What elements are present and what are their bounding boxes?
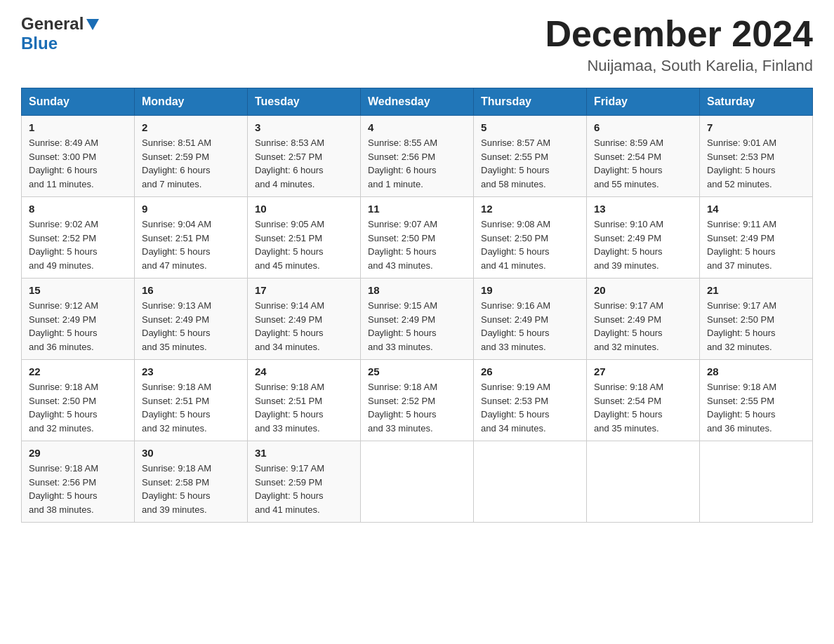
day-number: 21 — [707, 284, 805, 296]
day-info: Sunrise: 9:13 AMSunset: 2:49 PMDaylight:… — [142, 299, 240, 354]
day-info: Sunrise: 8:57 AMSunset: 2:55 PMDaylight:… — [481, 136, 579, 191]
day-number: 27 — [594, 365, 692, 377]
svg-marker-0 — [86, 19, 99, 30]
day-number: 28 — [707, 365, 805, 377]
table-row: 2Sunrise: 8:51 AMSunset: 2:59 PMDaylight… — [135, 116, 248, 197]
table-row: 17Sunrise: 9:14 AMSunset: 2:49 PMDayligh… — [248, 279, 361, 360]
logo-general-text: General — [21, 14, 84, 34]
day-info: Sunrise: 9:19 AMSunset: 2:53 PMDaylight:… — [481, 380, 579, 435]
day-info: Sunrise: 8:55 AMSunset: 2:56 PMDaylight:… — [368, 136, 466, 191]
table-row: 3Sunrise: 8:53 AMSunset: 2:57 PMDaylight… — [248, 116, 361, 197]
day-number: 26 — [481, 365, 579, 377]
table-row: 26Sunrise: 9:19 AMSunset: 2:53 PMDayligh… — [474, 360, 587, 441]
month-title: December 2024 — [545, 14, 813, 54]
day-number: 3 — [255, 121, 353, 133]
day-number: 20 — [594, 284, 692, 296]
day-number: 13 — [594, 203, 692, 215]
table-row — [474, 441, 587, 523]
day-info: Sunrise: 9:18 AMSunset: 2:56 PMDaylight:… — [29, 462, 127, 516]
header-friday: Friday — [587, 88, 700, 116]
table-row: 23Sunrise: 9:18 AMSunset: 2:51 PMDayligh… — [135, 360, 248, 441]
day-number: 17 — [255, 284, 353, 296]
day-number: 14 — [707, 203, 805, 215]
table-row: 20Sunrise: 9:17 AMSunset: 2:49 PMDayligh… — [587, 279, 700, 360]
day-number: 19 — [481, 284, 579, 296]
table-row: 28Sunrise: 9:18 AMSunset: 2:55 PMDayligh… — [700, 360, 813, 441]
day-number: 12 — [481, 203, 579, 215]
day-number: 15 — [29, 284, 127, 296]
header-thursday: Thursday — [474, 88, 587, 116]
day-info: Sunrise: 9:11 AMSunset: 2:49 PMDaylight:… — [707, 217, 805, 272]
day-info: Sunrise: 9:17 AMSunset: 2:50 PMDaylight:… — [707, 299, 805, 354]
table-row: 1Sunrise: 8:49 AMSunset: 3:00 PMDaylight… — [22, 116, 135, 197]
logo-blue-text: Blue — [21, 34, 58, 53]
table-row: 4Sunrise: 8:55 AMSunset: 2:56 PMDaylight… — [361, 116, 474, 197]
day-number: 5 — [481, 121, 579, 133]
day-number: 4 — [368, 121, 466, 133]
calendar-week-3: 15Sunrise: 9:12 AMSunset: 2:49 PMDayligh… — [22, 279, 813, 360]
table-row: 27Sunrise: 9:18 AMSunset: 2:54 PMDayligh… — [587, 360, 700, 441]
day-info: Sunrise: 9:10 AMSunset: 2:49 PMDaylight:… — [594, 217, 692, 272]
table-row: 8Sunrise: 9:02 AMSunset: 2:52 PMDaylight… — [22, 197, 135, 279]
table-row: 25Sunrise: 9:18 AMSunset: 2:52 PMDayligh… — [361, 360, 474, 441]
table-row: 16Sunrise: 9:13 AMSunset: 2:49 PMDayligh… — [135, 279, 248, 360]
header-saturday: Saturday — [700, 88, 813, 116]
day-number: 18 — [368, 284, 466, 296]
location-title: Nuijamaa, South Karelia, Finland — [545, 57, 813, 75]
day-number: 11 — [368, 203, 466, 215]
calendar-week-1: 1Sunrise: 8:49 AMSunset: 3:00 PMDaylight… — [22, 116, 813, 197]
day-info: Sunrise: 9:17 AMSunset: 2:49 PMDaylight:… — [594, 299, 692, 354]
table-row: 19Sunrise: 9:16 AMSunset: 2:49 PMDayligh… — [474, 279, 587, 360]
calendar-header-row: Sunday Monday Tuesday Wednesday Thursday… — [22, 88, 813, 116]
day-info: Sunrise: 8:49 AMSunset: 3:00 PMDaylight:… — [29, 136, 127, 191]
day-number: 6 — [594, 121, 692, 133]
table-row: 14Sunrise: 9:11 AMSunset: 2:49 PMDayligh… — [700, 197, 813, 279]
day-number: 24 — [255, 365, 353, 377]
day-info: Sunrise: 9:07 AMSunset: 2:50 PMDaylight:… — [368, 217, 466, 272]
calendar-week-4: 22Sunrise: 9:18 AMSunset: 2:50 PMDayligh… — [22, 360, 813, 441]
header-monday: Monday — [135, 88, 248, 116]
table-row: 22Sunrise: 9:18 AMSunset: 2:50 PMDayligh… — [22, 360, 135, 441]
day-info: Sunrise: 9:17 AMSunset: 2:59 PMDaylight:… — [255, 462, 353, 516]
table-row: 30Sunrise: 9:18 AMSunset: 2:58 PMDayligh… — [135, 441, 248, 523]
day-info: Sunrise: 9:12 AMSunset: 2:49 PMDaylight:… — [29, 299, 127, 354]
day-info: Sunrise: 8:53 AMSunset: 2:57 PMDaylight:… — [255, 136, 353, 191]
day-info: Sunrise: 9:18 AMSunset: 2:51 PMDaylight:… — [255, 380, 353, 435]
day-info: Sunrise: 9:18 AMSunset: 2:54 PMDaylight:… — [594, 380, 692, 435]
table-row: 9Sunrise: 9:04 AMSunset: 2:51 PMDaylight… — [135, 197, 248, 279]
header-tuesday: Tuesday — [248, 88, 361, 116]
day-number: 30 — [142, 447, 240, 459]
day-info: Sunrise: 9:16 AMSunset: 2:49 PMDaylight:… — [481, 299, 579, 354]
table-row — [587, 441, 700, 523]
day-number: 8 — [29, 203, 127, 215]
calendar-week-5: 29Sunrise: 9:18 AMSunset: 2:56 PMDayligh… — [22, 441, 813, 523]
table-row: 18Sunrise: 9:15 AMSunset: 2:49 PMDayligh… — [361, 279, 474, 360]
table-row: 24Sunrise: 9:18 AMSunset: 2:51 PMDayligh… — [248, 360, 361, 441]
day-info: Sunrise: 9:18 AMSunset: 2:50 PMDaylight:… — [29, 380, 127, 435]
page-header: General Blue December 2024 Nuijamaa, Sou… — [21, 14, 813, 75]
day-info: Sunrise: 9:04 AMSunset: 2:51 PMDaylight:… — [142, 217, 240, 272]
day-info: Sunrise: 9:08 AMSunset: 2:50 PMDaylight:… — [481, 217, 579, 272]
day-info: Sunrise: 9:15 AMSunset: 2:49 PMDaylight:… — [368, 299, 466, 354]
day-info: Sunrise: 9:18 AMSunset: 2:52 PMDaylight:… — [368, 380, 466, 435]
day-number: 23 — [142, 365, 240, 377]
day-number: 7 — [707, 121, 805, 133]
table-row: 31Sunrise: 9:17 AMSunset: 2:59 PMDayligh… — [248, 441, 361, 523]
day-info: Sunrise: 9:01 AMSunset: 2:53 PMDaylight:… — [707, 136, 805, 191]
table-row: 29Sunrise: 9:18 AMSunset: 2:56 PMDayligh… — [22, 441, 135, 523]
table-row: 13Sunrise: 9:10 AMSunset: 2:49 PMDayligh… — [587, 197, 700, 279]
header-wednesday: Wednesday — [361, 88, 474, 116]
day-number: 9 — [142, 203, 240, 215]
table-row: 6Sunrise: 8:59 AMSunset: 2:54 PMDaylight… — [587, 116, 700, 197]
table-row — [700, 441, 813, 523]
table-row: 11Sunrise: 9:07 AMSunset: 2:50 PMDayligh… — [361, 197, 474, 279]
day-info: Sunrise: 8:59 AMSunset: 2:54 PMDaylight:… — [594, 136, 692, 191]
table-row: 5Sunrise: 8:57 AMSunset: 2:55 PMDaylight… — [474, 116, 587, 197]
table-row — [361, 441, 474, 523]
day-number: 29 — [29, 447, 127, 459]
day-info: Sunrise: 9:18 AMSunset: 2:51 PMDaylight:… — [142, 380, 240, 435]
calendar-table: Sunday Monday Tuesday Wednesday Thursday… — [21, 88, 813, 523]
day-number: 25 — [368, 365, 466, 377]
table-row: 15Sunrise: 9:12 AMSunset: 2:49 PMDayligh… — [22, 279, 135, 360]
table-row: 21Sunrise: 9:17 AMSunset: 2:50 PMDayligh… — [700, 279, 813, 360]
